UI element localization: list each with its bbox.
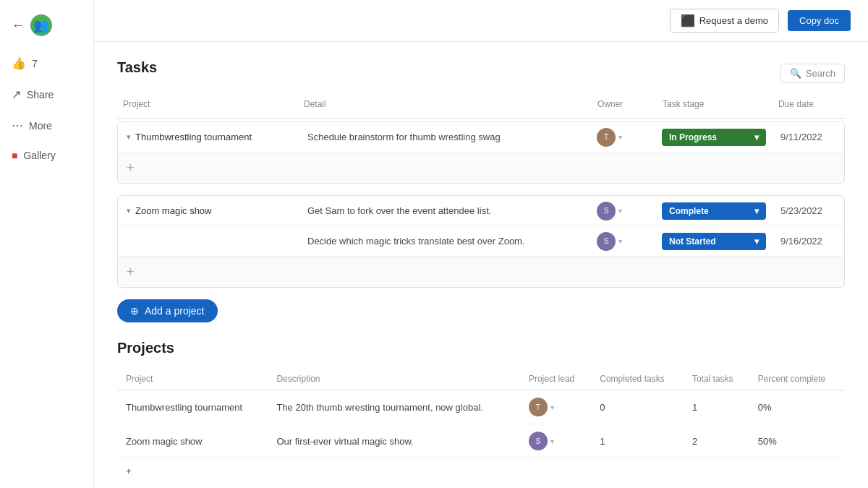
table-row: ▾ Zoom magic show Get Sam to fork over t… xyxy=(118,196,844,226)
chevron-down-icon[interactable]: ▾ xyxy=(618,133,622,141)
chevron-down-icon: ▾ xyxy=(754,236,759,247)
search-icon: 🔍 xyxy=(790,68,801,79)
sidebar-item-like[interactable]: 👍 7 xyxy=(0,51,93,76)
sidebar-item-gallery[interactable]: ■ Gallery xyxy=(0,144,93,167)
col-detail: Detail xyxy=(298,96,592,112)
copy-doc-label: Copy doc xyxy=(799,15,839,26)
search-label: Search xyxy=(806,68,835,79)
task-stage: Not Started ▾ xyxy=(656,230,772,253)
col-percent-header: Percent complete xyxy=(749,368,845,390)
col-task-stage: Task stage xyxy=(657,96,773,112)
task-project-cell: ▾ Zoom magic show xyxy=(118,200,299,222)
sidebar: ← 👥 👍 7 ↗ Share ⋯ More ■ Gallery xyxy=(0,0,94,488)
task-detail: Get Sam to fork over the event attendee … xyxy=(299,200,591,222)
task-due-date: 9/16/2022 xyxy=(772,230,844,252)
request-demo-label: Request a demo xyxy=(699,15,768,26)
list-item: Zoom magic show Our first-ever virtual m… xyxy=(117,424,845,458)
project-lead: S ▾ xyxy=(520,424,591,458)
col-completed-tasks-header: Completed tasks xyxy=(591,368,684,390)
coda-icon: ⬛ xyxy=(681,14,695,27)
sidebar-top: ← 👥 xyxy=(0,12,64,45)
sidebar-item-more[interactable]: ⋯ More xyxy=(0,113,93,138)
tasks-section-header: Tasks 🔍 Search xyxy=(117,59,845,87)
col-project-header: Project xyxy=(117,368,268,390)
chevron-down-icon[interactable]: ▾ xyxy=(550,437,554,445)
back-button[interactable]: ← xyxy=(12,18,25,33)
sidebar-item-share[interactable]: ↗ Share xyxy=(0,82,93,107)
content-area: Tasks 🔍 Search Project Detail Owner Task… xyxy=(94,42,868,488)
avatar-initials: T xyxy=(597,128,616,147)
copy-doc-button[interactable]: Copy doc xyxy=(788,10,851,31)
table-row-add: + xyxy=(118,153,844,183)
total-tasks: 2 xyxy=(684,424,749,458)
avatar: T xyxy=(597,128,616,147)
project-lead: T ▾ xyxy=(520,390,591,424)
add-task-button[interactable]: + xyxy=(118,155,299,181)
project-name: Thumbwrestling tournament xyxy=(117,390,268,424)
col-project: Project xyxy=(117,96,298,112)
chevron-down-icon[interactable]: ▾ xyxy=(618,207,622,215)
avatar-initials: S xyxy=(597,232,616,251)
projects-header-row: Project Description Project lead Complet… xyxy=(117,368,845,390)
col-lead-header: Project lead xyxy=(520,368,591,390)
avatar: S xyxy=(597,232,616,251)
task-owner: S ▾ xyxy=(591,199,656,223)
chevron-down-icon[interactable]: ▾ xyxy=(550,403,554,411)
stage-badge-in-progress[interactable]: In Progress ▾ xyxy=(662,129,766,146)
total-tasks: 1 xyxy=(684,390,749,424)
avatar-initials: S xyxy=(529,432,548,450)
task-group-thumbwrestling: ▾ Thumbwrestling tournament Schedule bra… xyxy=(117,121,845,184)
table-row: ▾ Thumbwrestling tournament Schedule bra… xyxy=(118,122,844,153)
list-item-add: + xyxy=(117,458,845,484)
chevron-down-icon: ▾ xyxy=(754,132,759,142)
request-demo-button[interactable]: ⬛ Request a demo xyxy=(670,9,779,33)
projects-title: Projects xyxy=(117,340,845,356)
percent-complete: 50% xyxy=(749,424,845,458)
chevron-down-icon: ▾ xyxy=(754,206,759,216)
add-task-button[interactable]: + xyxy=(118,259,299,286)
project-name: Zoom magic show xyxy=(135,205,211,216)
sidebar-gallery-label: Gallery xyxy=(23,150,55,161)
task-stage: Complete ▾ xyxy=(656,200,772,223)
task-detail: Schedule brainstorm for thumb wrestling … xyxy=(299,126,591,148)
tasks-title: Tasks xyxy=(117,59,157,76)
col-description-header: Description xyxy=(268,368,519,390)
col-due-date: Due date xyxy=(773,96,845,112)
sidebar-more-label: More xyxy=(29,120,52,132)
add-project-button[interactable]: ⊕ Add a project xyxy=(117,299,218,322)
gallery-icon: ■ xyxy=(12,150,17,161)
stage-badge-not-started[interactable]: Not Started ▾ xyxy=(662,233,766,250)
percent-complete: 0% xyxy=(749,390,845,424)
task-group-zoom: ▾ Zoom magic show Get Sam to fork over t… xyxy=(117,195,845,288)
chevron-down-icon[interactable]: ▾ xyxy=(127,132,131,142)
add-project-label: Add a project xyxy=(145,305,205,317)
chevron-down-icon[interactable]: ▾ xyxy=(127,206,131,215)
share-icon: ↗ xyxy=(12,87,21,101)
project-description: The 20th thumb wresting tournament, now … xyxy=(268,390,519,424)
col-total-tasks-header: Total tasks xyxy=(684,368,749,390)
task-project-cell xyxy=(118,236,299,247)
avatar: T xyxy=(529,398,548,416)
project-description: Our first-ever virtual magic show. xyxy=(268,424,519,458)
task-due-date: 9/11/2022 xyxy=(772,126,844,148)
avatar-initials: S xyxy=(597,202,616,221)
task-owner: S ▾ xyxy=(591,229,656,254)
more-icon: ⋯ xyxy=(12,119,23,132)
plus-circle-icon: ⊕ xyxy=(130,305,139,317)
col-owner: Owner xyxy=(592,96,657,112)
table-row: Decide which magic tricks translate best… xyxy=(118,226,844,257)
avatar: S xyxy=(529,432,548,450)
add-project-row-button[interactable]: + xyxy=(117,458,268,484)
stage-label: In Progress xyxy=(669,132,717,142)
avatar-initials: T xyxy=(529,398,548,416)
stage-label: Complete xyxy=(669,206,709,216)
tasks-column-headers: Project Detail Owner Task stage Due date xyxy=(117,96,845,119)
task-owner: T ▾ xyxy=(591,125,656,150)
sidebar-share-label: Share xyxy=(27,89,54,100)
sidebar-like-count: 7 xyxy=(32,58,38,69)
search-box[interactable]: 🔍 Search xyxy=(780,64,845,83)
chevron-down-icon[interactable]: ▾ xyxy=(618,237,622,245)
avatar: 👥 xyxy=(30,14,52,36)
stage-badge-complete[interactable]: Complete ▾ xyxy=(662,202,766,220)
avatar: S xyxy=(597,202,616,221)
